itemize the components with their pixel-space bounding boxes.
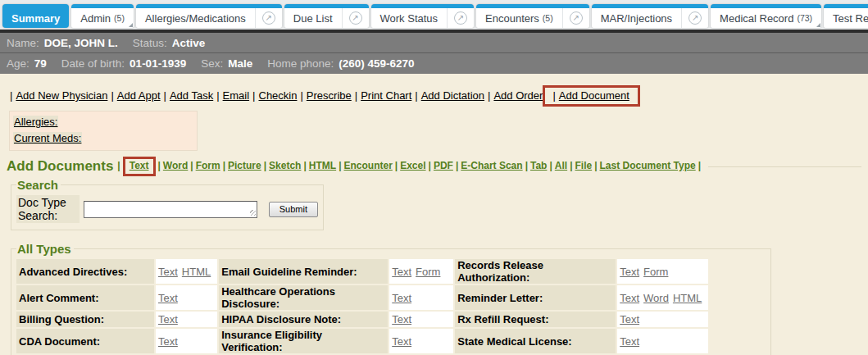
doc-link-reminder-letter-html[interactable]: HTML xyxy=(673,292,702,304)
doctype-link-e-chart-scan[interactable]: E-Chart Scan xyxy=(461,160,522,171)
doc-link-records-release-authorization-form[interactable]: Form xyxy=(643,266,668,278)
patient-field-value: Male xyxy=(228,57,252,70)
doctype-link-tab[interactable]: Tab xyxy=(530,160,547,171)
tab-mar-injections[interactable]: MAR/Injections↗ xyxy=(592,4,708,28)
summary-link-row: Current Meds: xyxy=(13,130,197,147)
quicklink-add-new-physician[interactable]: Add New Physician xyxy=(16,89,107,102)
popout-arrow-icon[interactable]: ↗ xyxy=(570,11,583,25)
tab-summary[interactable]: Summary xyxy=(2,4,69,28)
doc-type-label-healthcare-operations-disclosure: Healthcare Operations Disclosure: xyxy=(219,285,388,310)
separator: | xyxy=(223,160,225,171)
header-rule xyxy=(708,166,861,167)
quicklink-add-task[interactable]: Add Task xyxy=(170,89,213,102)
popout-arrow-icon[interactable]: ↗ xyxy=(349,11,362,25)
doc-type-link-cell: Text xyxy=(617,329,708,353)
doctype-link-excel[interactable]: Excel xyxy=(400,160,425,171)
doc-type-link-cell: TextForm xyxy=(617,259,708,284)
doc-link-email-guideline-reminder-form[interactable]: Form xyxy=(416,266,440,278)
quicklink-checkin[interactable]: Checkin xyxy=(259,89,298,102)
doc-type-search-input[interactable] xyxy=(84,201,257,218)
doc-link-rx-refill-request-text[interactable]: Text xyxy=(620,313,639,325)
tab-medical-record[interactable]: Medical Record(73) xyxy=(711,4,821,28)
doc-link-advanced-directives-html[interactable]: HTML xyxy=(182,266,211,278)
doc-link-alert-comment-text[interactable]: Text xyxy=(158,292,178,304)
doc-link-insurance-eligibility-verification-text[interactable]: Text xyxy=(392,335,411,348)
summary-link-allergies[interactable]: Allergies: xyxy=(13,116,58,128)
doctype-link-sketch[interactable]: Sketch xyxy=(269,160,301,171)
doctype-link-word[interactable]: Word xyxy=(163,160,188,171)
doctype-link-text[interactable]: Text xyxy=(130,160,149,171)
quicklink-add-document[interactable]: Add Document xyxy=(559,89,629,102)
doctype-link-picture[interactable]: Picture xyxy=(228,160,261,171)
application-window: SummaryAdmin(5)Allergies/Medications↗Due… xyxy=(0,0,868,355)
doc-type-link-cell: Text xyxy=(156,312,217,327)
doc-type-label-hipaa-disclosure-note: HIPAA Disclosure Note: xyxy=(219,312,388,327)
doc-type-label-reminder-letter: Reminder Letter: xyxy=(455,285,616,310)
tab-work-status[interactable]: Work Status↗ xyxy=(371,4,475,28)
doc-link-healthcare-operations-disclosure-text[interactable]: Text xyxy=(392,292,411,304)
doc-link-state-medical-license-text[interactable]: Text xyxy=(620,335,639,348)
search-row: Doc Type Search: Submit xyxy=(16,195,318,223)
patient-field-value: 79 xyxy=(34,57,47,70)
doctype-link-pdf[interactable]: PDF xyxy=(434,160,453,171)
tab-label: Due List xyxy=(293,12,333,25)
doc-link-reminder-letter-word[interactable]: Word xyxy=(643,292,669,304)
doctype-link-encounter[interactable]: Encounter xyxy=(343,160,392,171)
doctype-link-all[interactable]: All xyxy=(555,160,567,171)
doc-type-link-cell: Text xyxy=(156,285,217,310)
tab-label: Summary xyxy=(11,12,60,25)
doc-type-search-label: Doc Type Search: xyxy=(16,195,80,223)
content-area: |Add New Physician|Add Appt|Add Task|Ema… xyxy=(0,85,868,355)
doc-type-label-records-release-authorization: Records Release Authorization: xyxy=(455,259,616,284)
quicklink-add-order[interactable]: Add Order xyxy=(493,89,543,102)
doc-link-email-guideline-reminder-text[interactable]: Text xyxy=(392,266,411,278)
doc-link-records-release-authorization-text[interactable]: Text xyxy=(620,266,639,278)
separator: | xyxy=(549,160,552,171)
quick-links-row: |Add New Physician|Add Appt|Add Task|Ema… xyxy=(7,85,861,107)
separator: | xyxy=(264,160,266,171)
tab-due-list[interactable]: Due List↗ xyxy=(284,4,369,28)
popout-arrow-icon[interactable]: ↗ xyxy=(454,11,467,25)
doc-type-link-cell: Text xyxy=(156,329,217,353)
doc-type-link-cell: Text xyxy=(389,312,453,327)
tab-main: Due List xyxy=(284,12,342,25)
tab-encounters[interactable]: Encounters(5)↗ xyxy=(476,4,589,28)
tab-main: Medical Record(73) xyxy=(711,12,821,25)
doctype-link-file[interactable]: File xyxy=(575,160,593,171)
doc-link-hipaa-disclosure-note-text[interactable]: Text xyxy=(392,313,411,325)
resize-grip-icon[interactable] xyxy=(250,210,256,216)
separator: | xyxy=(570,160,572,171)
patient-field-value: DOE, JOHN L. xyxy=(44,37,118,49)
popout-arrow-icon[interactable]: ↗ xyxy=(262,11,275,25)
doc-link-billing-question-text[interactable]: Text xyxy=(158,313,178,325)
doctype-link-form[interactable]: Form xyxy=(196,160,220,171)
tab-label: Admin xyxy=(80,12,111,25)
patient-field-label: Sex: xyxy=(201,57,223,70)
doc-link-cda-document-text[interactable]: Text xyxy=(158,335,178,348)
patient-field-label: Date of birth: xyxy=(61,57,125,70)
doc-type-link-cell: TextHTML xyxy=(156,259,217,284)
table-row: Alert Comment:TextHealthcare Operations … xyxy=(16,285,708,310)
document-types-table: Advanced Directives:TextHTMLEmail Guidel… xyxy=(15,257,710,355)
doctype-link-last-document-type[interactable]: Last Document Type xyxy=(600,160,696,171)
separator: | xyxy=(158,160,161,171)
quicklink-email[interactable]: Email xyxy=(223,89,250,102)
tab-allergies-medications[interactable]: Allergies/Medications↗ xyxy=(136,4,282,28)
doctype-link-html[interactable]: HTML xyxy=(309,160,336,171)
tab-admin[interactable]: Admin(5) xyxy=(71,4,134,28)
quicklink-add-dictation[interactable]: Add Dictation xyxy=(421,89,484,102)
quicklink-add-appt[interactable]: Add Appt xyxy=(117,89,161,102)
popout-arrow-icon[interactable]: ↗ xyxy=(688,11,702,25)
submit-button[interactable]: Submit xyxy=(269,202,318,217)
tab-label: Medical Record xyxy=(720,12,793,25)
summary-link-current-meds[interactable]: Current Meds: xyxy=(13,132,82,144)
quicklink-prescribe[interactable]: Prescribe xyxy=(307,89,352,102)
quicklink-print-chart[interactable]: Print Chart xyxy=(361,89,411,102)
tab-count-badge: (5) xyxy=(543,13,553,23)
separator: | xyxy=(303,160,306,171)
doc-link-advanced-directives-text[interactable]: Text xyxy=(158,266,178,278)
tab-test-results[interactable]: Test Results(2) xyxy=(824,4,868,28)
annotation-red-box: |Add Document xyxy=(543,85,639,107)
doc-link-reminder-letter-text[interactable]: Text xyxy=(620,292,639,304)
allergies-summary-box: Allergies:Current Meds: xyxy=(9,111,198,151)
